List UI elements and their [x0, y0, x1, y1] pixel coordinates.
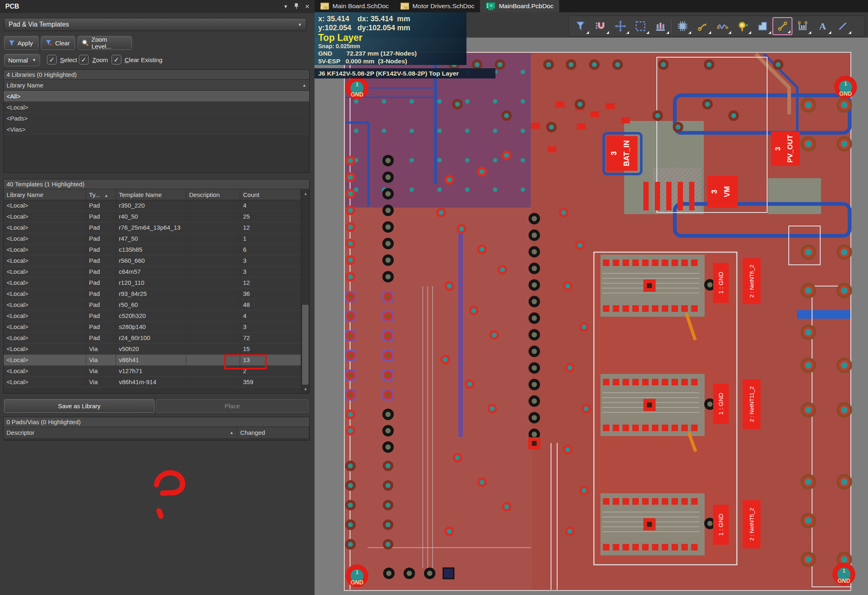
template-row[interactable]: <Local>Viav86h41m-914359: [4, 377, 301, 388]
library-item[interactable]: <Local>: [4, 102, 309, 113]
close-icon[interactable]: ✕: [305, 3, 310, 10]
template-cell[interactable]: 3: [240, 255, 301, 266]
template-row[interactable]: <Local>Padr47_501: [4, 233, 301, 244]
gnd-corner-pad[interactable]: 1GND: [346, 564, 368, 587]
select-area-icon[interactable]: [630, 17, 650, 35]
template-cell[interactable]: Pad: [86, 300, 116, 310]
template-cell[interactable]: r47_50: [116, 233, 186, 244]
template-cell[interactable]: <Local>: [4, 233, 86, 244]
template-cell[interactable]: 72: [240, 333, 301, 343]
template-cell[interactable]: <Local>: [4, 266, 86, 277]
template-cell[interactable]: r350_220: [116, 200, 186, 211]
align-icon[interactable]: [650, 17, 670, 35]
template-cell[interactable]: Via: [86, 366, 116, 376]
template-row[interactable]: <Local>Padc64m573: [4, 266, 301, 277]
template-cell[interactable]: [186, 311, 240, 321]
template-row[interactable]: <Local>Viav50h2015: [4, 344, 301, 355]
libraries-column-header[interactable]: Library Name ▲: [4, 80, 309, 91]
template-row[interactable]: <Local>Padc520h3204: [4, 311, 301, 322]
zoom-checkbox[interactable]: ✓: [79, 55, 89, 65]
template-row[interactable]: <Local>Pads280p1403: [4, 322, 301, 333]
panel-view-selector[interactable]: Pad & Via Templates ▼: [4, 18, 306, 31]
clear-button[interactable]: ✕ Clear: [41, 36, 75, 50]
template-cell[interactable]: <Local>: [4, 333, 86, 343]
template-row[interactable]: <Local>Padr76_25m64_13p64_1312: [4, 222, 301, 233]
component-icon[interactable]: [672, 17, 692, 35]
column-library-name[interactable]: Library Name: [4, 189, 86, 200]
filter-icon[interactable]: [570, 17, 590, 35]
column-template-name[interactable]: Template Name: [116, 189, 186, 200]
template-cell[interactable]: Via: [86, 377, 116, 387]
pin-icon[interactable]: [294, 3, 299, 10]
template-cell[interactable]: v50h20: [116, 344, 186, 354]
template-cell[interactable]: <Local>: [4, 344, 86, 354]
template-cell[interactable]: 48: [240, 300, 301, 310]
save-as-library-button[interactable]: Save as Library: [4, 399, 154, 413]
mask-mode-select[interactable]: Normal ▼: [4, 54, 40, 66]
zoom-level-button[interactable]: Zoom Level...: [78, 36, 132, 50]
template-cell[interactable]: Pad: [86, 200, 116, 211]
template-cell[interactable]: 25: [240, 211, 301, 222]
template-cell[interactable]: [186, 266, 240, 277]
template-cell[interactable]: Pad: [86, 311, 116, 321]
template-cell[interactable]: 12: [240, 222, 301, 233]
template-row[interactable]: <Local>Padr560_6603: [4, 255, 301, 266]
template-cell[interactable]: [186, 244, 240, 255]
column-description[interactable]: Description: [186, 189, 240, 200]
template-cell[interactable]: [186, 211, 240, 222]
scroll-up-icon[interactable]: ▲: [301, 190, 310, 197]
tab-motor-drivers-schdoc[interactable]: Motor Drivers.SchDoc: [395, 0, 480, 12]
column-count[interactable]: Count: [240, 189, 301, 200]
template-cell[interactable]: [186, 322, 240, 332]
template-row[interactable]: <Local>Padr120_11012: [4, 277, 301, 289]
template-cell[interactable]: [186, 233, 240, 244]
template-cell[interactable]: Pad: [86, 255, 116, 266]
clear-existing-checkbox[interactable]: ✓: [112, 55, 121, 65]
template-cell[interactable]: Pad: [86, 244, 116, 255]
scroll-down-icon[interactable]: ▼: [301, 386, 310, 393]
template-row[interactable]: <Local>Viav127h712: [4, 366, 301, 377]
template-cell[interactable]: <Local>: [4, 277, 86, 288]
via-icon[interactable]: [732, 17, 752, 35]
template-cell[interactable]: v86h41m-914: [116, 377, 186, 387]
template-cell[interactable]: c135h85: [116, 244, 186, 255]
template-cell[interactable]: 6: [240, 244, 301, 255]
template-cell[interactable]: <Local>: [4, 244, 86, 255]
template-cell[interactable]: [186, 377, 240, 387]
template-cell[interactable]: r93_84r25: [116, 289, 186, 299]
template-cell[interactable]: <Local>: [4, 289, 86, 299]
template-cell[interactable]: v127h71: [116, 366, 186, 376]
template-cell[interactable]: r120_110: [116, 277, 186, 288]
template-cell[interactable]: <Local>: [4, 200, 86, 211]
template-cell[interactable]: [186, 355, 240, 365]
tab-mainboard-pcbdoc[interactable]: MainBoard.PcbDoc: [480, 0, 559, 12]
template-cell[interactable]: [186, 333, 240, 343]
magnet-icon[interactable]: [590, 17, 610, 35]
tab-main-board-schdoc[interactable]: Main Board.SchDoc: [315, 0, 395, 12]
template-cell[interactable]: Via: [86, 355, 116, 365]
template-cell[interactable]: r50_60: [116, 300, 186, 310]
template-cell[interactable]: Pad: [86, 289, 116, 299]
gnd-corner-pad[interactable]: 1GND: [834, 76, 857, 98]
template-cell[interactable]: r560_660: [116, 255, 186, 266]
route-icon[interactable]: [692, 17, 712, 35]
template-cell[interactable]: c64m57: [116, 266, 186, 277]
template-cell[interactable]: s280p140: [116, 322, 186, 332]
template-cell[interactable]: <Local>: [4, 222, 86, 233]
template-cell[interactable]: r76_25m64_13p64_13: [116, 222, 186, 233]
template-cell[interactable]: Pad: [86, 222, 116, 233]
select-checkbox[interactable]: ✓: [47, 55, 57, 65]
template-row[interactable]: <Local>Padr40_5025: [4, 211, 301, 222]
multi-route-icon[interactable]: 10: [792, 17, 812, 35]
template-cell[interactable]: <Local>: [4, 211, 86, 222]
template-cell[interactable]: 15: [240, 344, 301, 354]
template-cell[interactable]: 359: [240, 377, 301, 387]
template-cell[interactable]: Via: [86, 344, 116, 354]
template-cell[interactable]: Pad: [86, 266, 116, 277]
template-row[interactable]: <Local>Padr50_6048: [4, 300, 301, 311]
pcb-canvas[interactable]: 1GND1GND1GND1GND 3 BAT_IN 3 VM 3 PV_OUT …: [315, 12, 868, 595]
line-icon[interactable]: [832, 17, 852, 35]
template-cell[interactable]: 12: [240, 277, 301, 288]
template-cell[interactable]: [186, 366, 240, 376]
template-cell[interactable]: <Local>: [4, 322, 86, 332]
